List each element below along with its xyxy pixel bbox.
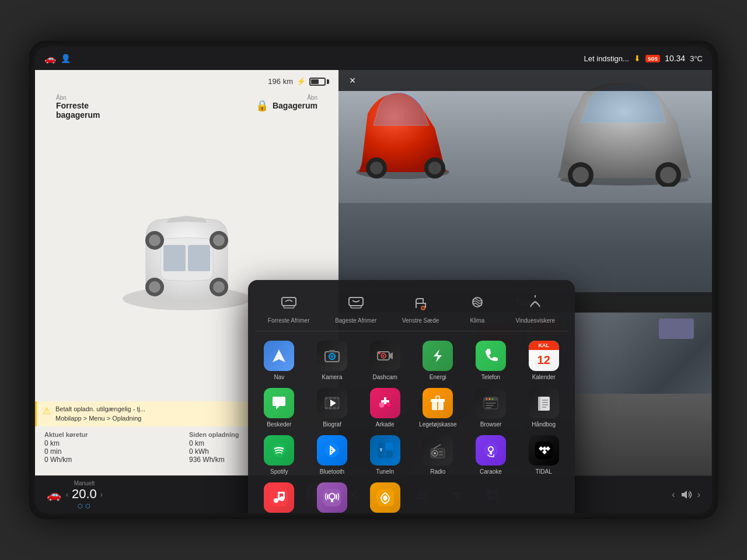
app-audible[interactable]: Audible — [361, 482, 409, 513]
app-bluetooth[interactable]: Bluetooth — [308, 435, 357, 475]
app-biograf[interactable]: Biograf — [308, 388, 357, 428]
app-caraoke[interactable]: Caraoke — [467, 435, 515, 475]
svg-point-48 — [386, 402, 392, 408]
status-download-icon: ⬇ — [634, 54, 641, 63]
tidal-label: TIDAL — [535, 468, 551, 475]
svg-rect-1 — [163, 245, 186, 271]
door-label-rear[interactable]: Åbn Bagagerum — [273, 94, 317, 120]
svg-marker-27 — [273, 349, 285, 362]
radio-label: Radio — [430, 468, 445, 475]
quick-action-vinduesviskere[interactable]: Vinduesviskere — [516, 289, 556, 324]
taskbar-car-icon: 🚗 — [47, 488, 61, 502]
quick-action-klima[interactable]: Klima — [465, 289, 490, 324]
app-kalender[interactable]: KAL 12 Kalender — [519, 341, 568, 381]
quick-action-venstre-saede[interactable]: Venstre Sæde — [402, 289, 439, 324]
svg-point-36 — [378, 352, 381, 354]
status-car-icon: 🚗 — [44, 53, 56, 64]
app-beskeder[interactable]: Beskeder — [255, 388, 303, 428]
svg-point-77 — [434, 452, 436, 454]
svg-rect-50 — [381, 400, 389, 402]
app-energi[interactable]: Energi — [414, 341, 462, 381]
camera-close-button[interactable]: × — [345, 74, 359, 88]
arkade-label: Arkade — [376, 421, 395, 428]
venstre-saede-label: Venstre Sæde — [402, 317, 439, 324]
svg-point-20 — [660, 167, 676, 183]
app-haandbog[interactable]: Håndbog — [519, 388, 568, 428]
camera-panel: × — [338, 70, 712, 312]
temp-control: ‹ Manuelt 20.0 ⬡ ⬡ › — [66, 480, 103, 509]
svg-point-94 — [383, 496, 387, 499]
kalender-icon: KAL 12 — [529, 341, 559, 371]
door-open-label-rear: Åbn — [273, 94, 317, 101]
browser-label: Browser — [480, 421, 502, 428]
app-apple-music[interactable]: Apple Music — [255, 482, 303, 513]
svg-rect-46 — [337, 407, 339, 409]
door-open-label-front: Åbn — [56, 94, 100, 101]
svg-point-47 — [379, 402, 385, 408]
app-arkade[interactable]: Arkade — [361, 388, 409, 428]
svg-point-80 — [484, 443, 498, 457]
app-kamera[interactable]: Kamera — [308, 341, 357, 381]
app-tidal[interactable]: TIDAL — [519, 435, 568, 475]
range-indicator: 196 km ⚡ — [268, 77, 329, 86]
energi-label: Energi — [430, 374, 446, 381]
svg-rect-72 — [386, 451, 393, 458]
app-telefon[interactable]: Telefon — [467, 341, 515, 381]
app-nav[interactable]: Nav — [255, 341, 303, 381]
door-label-front[interactable]: Åbn Forrestebagagerum — [56, 94, 100, 120]
svg-rect-59 — [486, 407, 491, 408]
battery-fill — [311, 79, 319, 84]
seat-heat-icons: ⬡ ⬡ — [72, 503, 97, 509]
dashcam-icon — [370, 341, 400, 371]
svg-point-24 — [423, 307, 424, 309]
svg-point-54 — [486, 398, 487, 400]
app-spotify[interactable]: Spotify — [255, 435, 303, 475]
temp-value: 20.0 — [72, 487, 97, 502]
app-browser[interactable]: Browser — [467, 388, 515, 428]
svg-rect-89 — [278, 492, 285, 494]
battery-tip — [327, 79, 329, 84]
camera-header: × — [338, 70, 712, 91]
app-tunein[interactable]: T TuneIn — [361, 435, 409, 475]
kalender-date-container: 12 — [537, 350, 550, 371]
volume-control[interactable] — [680, 488, 693, 501]
trip-km: 0 km — [44, 439, 184, 447]
app-legetoejskasse[interactable]: Legetøjskasse — [414, 388, 462, 428]
app-apple-podcasts[interactable]: Apple Podcasts — [308, 482, 357, 513]
quick-action-forreste-afrimer[interactable]: Forreste Afrimer — [268, 289, 310, 324]
next-track-button[interactable]: › — [697, 489, 700, 500]
app-launcher: Forreste Afrimer Bageste Afrimer — [248, 280, 575, 513]
caraoke-icon — [476, 435, 506, 466]
svg-rect-45 — [333, 407, 336, 409]
svg-text:T: T — [379, 447, 382, 453]
temp-increase-button[interactable]: › — [100, 491, 103, 499]
door-name-rear: Bagagerum — [273, 101, 317, 110]
svg-rect-42 — [337, 397, 339, 399]
quick-action-bageste-afrimer[interactable]: Bageste Afrimer — [335, 289, 376, 324]
browser-icon — [476, 388, 506, 418]
apple-music-icon — [264, 482, 294, 513]
klima-label: Klima — [470, 317, 484, 324]
temp-decrease-button[interactable]: ‹ — [66, 491, 68, 499]
app-radio[interactable]: Radio — [414, 435, 462, 475]
svg-point-15 — [428, 162, 441, 174]
arkade-icon — [370, 388, 400, 418]
vinduesviskere-icon — [522, 289, 548, 315]
forreste-afrimer-label: Forreste Afrimer — [268, 317, 310, 324]
warning-subtext: Mobilapp > Menu > Opladning — [55, 414, 145, 423]
klima-icon — [465, 289, 490, 315]
svg-rect-71 — [386, 443, 393, 450]
app-dashcam[interactable]: Dashcam — [361, 341, 409, 381]
volume-icon — [680, 488, 693, 501]
temp-mode-label: Manuelt — [72, 480, 97, 487]
trip-whkm: 0 Wh/km — [44, 456, 184, 464]
svg-point-10 — [213, 281, 225, 293]
kalender-top-text: KAL — [538, 342, 549, 348]
camera-scene — [338, 70, 712, 312]
prev-track-button[interactable]: ‹ — [672, 489, 675, 500]
trip-section-current-title: Aktuel køretur — [44, 431, 184, 438]
bluetooth-label: Bluetooth — [320, 468, 344, 475]
battery-body — [309, 78, 326, 86]
beskeder-icon — [264, 388, 294, 418]
svg-line-75 — [434, 444, 441, 449]
